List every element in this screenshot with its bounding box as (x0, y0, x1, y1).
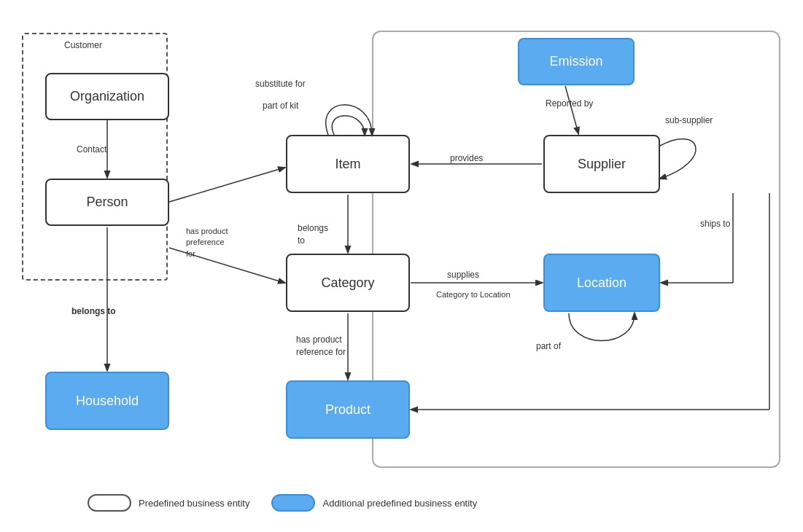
legend: Predefined business entity Additional pr… (88, 494, 477, 512)
svg-line-12 (169, 168, 284, 202)
legend-additional: Additional predefined business entity (271, 494, 477, 512)
emission-box: Emission (518, 38, 635, 85)
reported-by-label: Reported by (546, 98, 593, 109)
part-of-kit-label: part of kit (263, 101, 298, 111)
ships-to-label: ships to (700, 219, 730, 229)
household-box: Household (45, 372, 169, 430)
provides-label: provides (450, 153, 483, 163)
organization-box: Organization (45, 73, 169, 120)
supplies-label: supplies (447, 270, 479, 280)
legend-predefined-label: Predefined business entity (139, 498, 249, 509)
sub-supplier-label: sub-supplier (665, 115, 713, 125)
product-box: Product (286, 380, 410, 439)
supplier-box: Supplier (543, 135, 660, 193)
customer-label: Customer (64, 40, 102, 50)
has-product-pref-label: has productpreferencefor (186, 226, 228, 259)
belongs-to-label: belongs to (71, 306, 116, 316)
substitute-for-label: substitute for (255, 79, 306, 89)
belongs-to-cat-label: belongsto (298, 222, 328, 247)
legend-predefined: Predefined business entity (88, 494, 249, 512)
customer-group (22, 33, 168, 281)
has-product-ref-label: has productreference for (296, 334, 346, 359)
item-box: Item (286, 135, 410, 193)
main-outer-box (372, 31, 780, 468)
diagram-container: Customer Organization Person Household I… (0, 0, 803, 532)
legend-blue-shape (271, 494, 315, 512)
contact-label: Contact (77, 144, 106, 154)
location-box: Location (543, 254, 660, 312)
part-of-label: part of (536, 341, 561, 351)
legend-additional-label: Additional predefined business entity (322, 498, 477, 509)
legend-white-shape (88, 494, 131, 512)
category-box: Category (286, 254, 410, 312)
person-box: Person (45, 179, 169, 226)
category-to-location-label: Category to Location (436, 290, 511, 299)
